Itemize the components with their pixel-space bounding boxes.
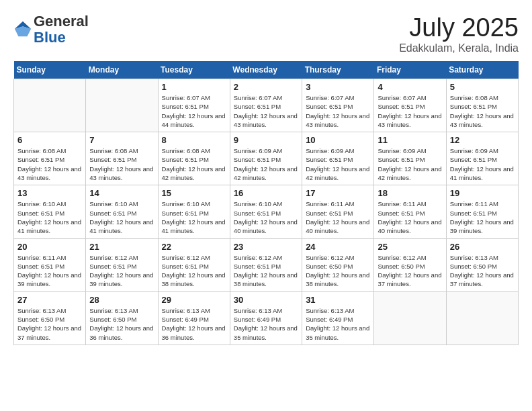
table-row: 30Sunrise: 6:13 AMSunset: 6:49 PMDayligh…: [230, 291, 302, 345]
day-number: 24: [306, 242, 370, 252]
table-row: 9Sunrise: 6:09 AMSunset: 6:51 PMDaylight…: [230, 132, 302, 185]
day-number: 9: [234, 135, 298, 145]
day-number: 19: [450, 188, 515, 198]
table-row: 27Sunrise: 6:13 AMSunset: 6:50 PMDayligh…: [14, 291, 86, 345]
header-saturday: Saturday: [446, 61, 518, 79]
page-header: General Blue July 2025 Edakkulam, Kerala…: [13, 13, 519, 54]
cell-info: Sunrise: 6:13 AMSunset: 6:50 PMDaylight:…: [89, 306, 154, 342]
cell-info: Sunrise: 6:13 AMSunset: 6:49 PMDaylight:…: [306, 306, 370, 342]
day-number: 4: [378, 82, 442, 92]
location-title: Edakkulam, Kerala, India: [399, 42, 519, 54]
table-row: [446, 291, 518, 345]
logo-general-text: General: [34, 13, 89, 30]
logo-blue-text: Blue: [34, 29, 66, 46]
table-row: 7Sunrise: 6:08 AMSunset: 6:51 PMDaylight…: [86, 132, 158, 185]
cell-info: Sunrise: 6:07 AMSunset: 6:51 PMDaylight:…: [234, 93, 298, 129]
day-number: 17: [306, 188, 370, 198]
cell-info: Sunrise: 6:09 AMSunset: 6:51 PMDaylight:…: [378, 146, 442, 182]
day-number: 12: [450, 135, 515, 145]
day-number: 15: [162, 188, 226, 198]
cell-info: Sunrise: 6:10 AMSunset: 6:51 PMDaylight:…: [89, 199, 154, 235]
day-number: 27: [17, 295, 82, 305]
table-row: 19Sunrise: 6:11 AMSunset: 6:51 PMDayligh…: [446, 185, 518, 238]
table-row: [374, 291, 446, 345]
table-row: 6Sunrise: 6:08 AMSunset: 6:51 PMDaylight…: [14, 132, 86, 185]
table-row: 31Sunrise: 6:13 AMSunset: 6:49 PMDayligh…: [302, 291, 374, 345]
day-number: 16: [234, 188, 298, 198]
day-number: 26: [450, 242, 515, 252]
table-row: 26Sunrise: 6:13 AMSunset: 6:50 PMDayligh…: [446, 238, 518, 291]
day-number: 28: [89, 295, 154, 305]
week-row-4: 20Sunrise: 6:11 AMSunset: 6:51 PMDayligh…: [14, 238, 519, 291]
day-number: 22: [162, 242, 226, 252]
cell-info: Sunrise: 6:07 AMSunset: 6:51 PMDaylight:…: [378, 93, 442, 129]
day-number: 6: [17, 135, 82, 145]
header-wednesday: Wednesday: [230, 61, 302, 79]
day-number: 1: [162, 82, 226, 92]
cell-info: Sunrise: 6:12 AMSunset: 6:51 PMDaylight:…: [234, 253, 298, 289]
header-monday: Monday: [86, 61, 158, 79]
day-number: 5: [450, 82, 515, 92]
cell-info: Sunrise: 6:10 AMSunset: 6:51 PMDaylight:…: [162, 199, 226, 235]
day-number: 7: [89, 135, 154, 145]
table-row: 14Sunrise: 6:10 AMSunset: 6:51 PMDayligh…: [86, 185, 158, 238]
cell-info: Sunrise: 6:09 AMSunset: 6:51 PMDaylight:…: [306, 146, 370, 182]
cell-info: Sunrise: 6:08 AMSunset: 6:51 PMDaylight:…: [89, 146, 154, 182]
table-row: 3Sunrise: 6:07 AMSunset: 6:51 PMDaylight…: [302, 79, 374, 132]
table-row: 24Sunrise: 6:12 AMSunset: 6:50 PMDayligh…: [302, 238, 374, 291]
table-row: 28Sunrise: 6:13 AMSunset: 6:50 PMDayligh…: [86, 291, 158, 345]
table-row: 11Sunrise: 6:09 AMSunset: 6:51 PMDayligh…: [374, 132, 446, 185]
table-row: 8Sunrise: 6:08 AMSunset: 6:51 PMDaylight…: [158, 132, 230, 185]
cell-info: Sunrise: 6:13 AMSunset: 6:50 PMDaylight:…: [17, 306, 82, 342]
table-row: 23Sunrise: 6:12 AMSunset: 6:51 PMDayligh…: [230, 238, 302, 291]
header-thursday: Thursday: [302, 61, 374, 79]
cell-info: Sunrise: 6:09 AMSunset: 6:51 PMDaylight:…: [450, 146, 515, 182]
day-number: 31: [306, 295, 370, 305]
table-row: 10Sunrise: 6:09 AMSunset: 6:51 PMDayligh…: [302, 132, 374, 185]
week-row-5: 27Sunrise: 6:13 AMSunset: 6:50 PMDayligh…: [14, 291, 519, 345]
day-number: 30: [234, 295, 298, 305]
day-number: 13: [17, 188, 82, 198]
day-number: 11: [378, 135, 442, 145]
day-number: 8: [162, 135, 226, 145]
calendar-table: SundayMondayTuesdayWednesdayThursdayFrid…: [13, 61, 519, 345]
day-number: 29: [162, 295, 226, 305]
cell-info: Sunrise: 6:07 AMSunset: 6:51 PMDaylight:…: [306, 93, 370, 129]
day-number: 20: [17, 242, 82, 252]
title-block: July 2025 Edakkulam, Kerala, India: [399, 13, 519, 54]
cell-info: Sunrise: 6:11 AMSunset: 6:51 PMDaylight:…: [306, 199, 370, 235]
cell-info: Sunrise: 6:07 AMSunset: 6:51 PMDaylight:…: [162, 93, 226, 129]
cell-info: Sunrise: 6:13 AMSunset: 6:50 PMDaylight:…: [450, 253, 515, 289]
cell-info: Sunrise: 6:09 AMSunset: 6:51 PMDaylight:…: [234, 146, 298, 182]
table-row: 12Sunrise: 6:09 AMSunset: 6:51 PMDayligh…: [446, 132, 518, 185]
table-row: 13Sunrise: 6:10 AMSunset: 6:51 PMDayligh…: [14, 185, 86, 238]
table-row: 22Sunrise: 6:12 AMSunset: 6:51 PMDayligh…: [158, 238, 230, 291]
cell-info: Sunrise: 6:11 AMSunset: 6:51 PMDaylight:…: [17, 253, 82, 289]
table-row: [14, 79, 86, 132]
header-tuesday: Tuesday: [158, 61, 230, 79]
cell-info: Sunrise: 6:13 AMSunset: 6:49 PMDaylight:…: [234, 306, 298, 342]
day-number: 18: [378, 188, 442, 198]
week-row-3: 13Sunrise: 6:10 AMSunset: 6:51 PMDayligh…: [14, 185, 519, 238]
day-number: 2: [234, 82, 298, 92]
day-number: 10: [306, 135, 370, 145]
logo-icon: [13, 20, 32, 39]
week-row-2: 6Sunrise: 6:08 AMSunset: 6:51 PMDaylight…: [14, 132, 519, 185]
cell-info: Sunrise: 6:08 AMSunset: 6:51 PMDaylight:…: [17, 146, 82, 182]
table-row: 25Sunrise: 6:12 AMSunset: 6:50 PMDayligh…: [374, 238, 446, 291]
table-row: 4Sunrise: 6:07 AMSunset: 6:51 PMDaylight…: [374, 79, 446, 132]
table-row: 20Sunrise: 6:11 AMSunset: 6:51 PMDayligh…: [14, 238, 86, 291]
month-title: July 2025: [399, 13, 519, 42]
table-row: 16Sunrise: 6:10 AMSunset: 6:51 PMDayligh…: [230, 185, 302, 238]
table-row: [86, 79, 158, 132]
logo: General Blue: [13, 13, 89, 46]
table-row: 15Sunrise: 6:10 AMSunset: 6:51 PMDayligh…: [158, 185, 230, 238]
cell-info: Sunrise: 6:12 AMSunset: 6:50 PMDaylight:…: [306, 253, 370, 289]
table-row: 1Sunrise: 6:07 AMSunset: 6:51 PMDaylight…: [158, 79, 230, 132]
cell-info: Sunrise: 6:11 AMSunset: 6:51 PMDaylight:…: [450, 199, 515, 235]
day-number: 14: [89, 188, 154, 198]
cell-info: Sunrise: 6:12 AMSunset: 6:51 PMDaylight:…: [162, 253, 226, 289]
day-number: 25: [378, 242, 442, 252]
cell-info: Sunrise: 6:13 AMSunset: 6:49 PMDaylight:…: [162, 306, 226, 342]
table-row: 5Sunrise: 6:08 AMSunset: 6:51 PMDaylight…: [446, 79, 518, 132]
